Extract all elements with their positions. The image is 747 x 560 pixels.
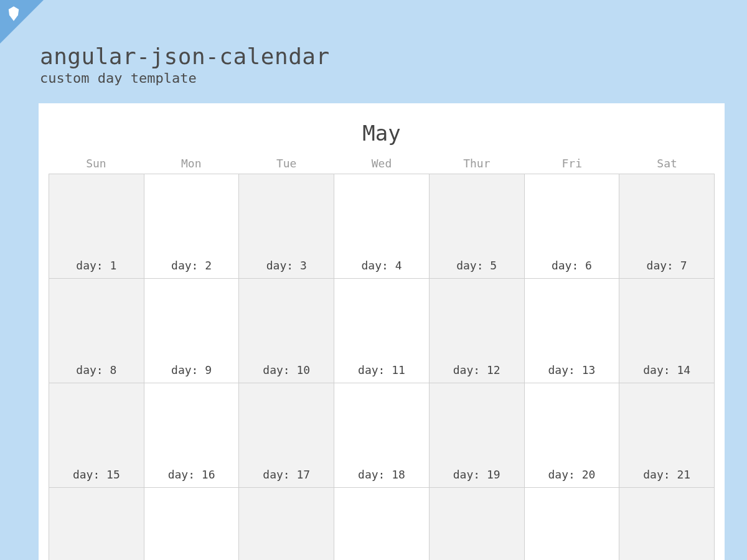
calendar-day-cell[interactable]: day: 27 — [525, 488, 620, 560]
weekday-label: Sun — [49, 157, 144, 170]
weekday-label: Thur — [429, 157, 524, 170]
day-label: day: 4 — [361, 259, 402, 272]
day-label: day: 21 — [643, 468, 690, 481]
calendar-day-cell[interactable]: day: 6 — [525, 174, 620, 279]
day-label: day: 17 — [263, 468, 310, 481]
day-label: day: 2 — [171, 259, 212, 272]
day-label: day: 9 — [171, 363, 212, 376]
calendar-day-cell[interactable]: day: 22 — [49, 488, 144, 560]
day-label: day: 19 — [453, 468, 500, 481]
corner-badge — [0, 0, 44, 44]
calendar-day-cell[interactable]: day: 25 — [334, 488, 430, 560]
page-subtitle: custom day template — [40, 70, 710, 86]
day-label: day: 11 — [358, 363, 405, 376]
weekday-label: Mon — [144, 157, 239, 170]
page-header: angular-json-calendar custom day templat… — [0, 0, 747, 92]
day-label: day: 5 — [456, 259, 497, 272]
calendar-day-cell[interactable]: day: 7 — [619, 174, 715, 279]
weekday-label: Wed — [334, 157, 430, 170]
plunker-icon — [5, 5, 22, 22]
page-title: angular-json-calendar — [40, 44, 710, 69]
weekday-label: Fri — [524, 157, 619, 170]
calendar-day-cell[interactable]: day: 16 — [144, 383, 240, 488]
month-title: May — [49, 121, 715, 146]
day-label: day: 12 — [453, 363, 500, 376]
weekday-row: SunMonTueWedThurFriSat — [49, 157, 715, 170]
calendar-day-cell[interactable]: day: 11 — [334, 279, 430, 383]
calendar-day-cell[interactable]: day: 18 — [334, 383, 430, 488]
day-label: day: 7 — [647, 259, 687, 272]
calendar-day-cell[interactable]: day: 23 — [144, 488, 240, 560]
day-label: day: 1 — [76, 259, 116, 272]
day-label: day: 14 — [643, 363, 690, 376]
calendar-day-cell[interactable]: day: 2 — [144, 174, 240, 279]
calendar-day-cell[interactable]: day: 12 — [430, 279, 525, 383]
calendar-day-cell[interactable]: day: 24 — [239, 488, 334, 560]
calendar-day-cell[interactable]: day: 15 — [49, 383, 144, 488]
calendar-day-cell[interactable]: day: 20 — [525, 383, 620, 488]
calendar-day-cell[interactable]: day: 14 — [619, 279, 715, 383]
calendar-day-cell[interactable]: day: 8 — [49, 279, 144, 383]
calendar-day-cell[interactable]: day: 21 — [619, 383, 715, 488]
day-label: day: 16 — [168, 468, 215, 481]
calendar-day-cell[interactable]: day: 1 — [49, 174, 144, 279]
day-label: day: 15 — [73, 468, 120, 481]
day-label: day: 10 — [263, 363, 310, 376]
calendar-grid: day: 1day: 2day: 3day: 4day: 5day: 6day:… — [49, 174, 715, 560]
day-label: day: 18 — [358, 468, 405, 481]
calendar-day-cell[interactable]: day: 3 — [239, 174, 334, 279]
calendar-day-cell[interactable]: day: 13 — [525, 279, 620, 383]
day-label: day: 6 — [552, 259, 592, 272]
day-label: day: 3 — [266, 259, 307, 272]
calendar-day-cell[interactable]: day: 19 — [430, 383, 525, 488]
day-label: day: 13 — [548, 363, 595, 376]
weekday-label: Sat — [619, 157, 715, 170]
day-label: day: 20 — [548, 468, 595, 481]
calendar-day-cell[interactable]: day: 17 — [239, 383, 334, 488]
calendar-day-cell[interactable]: day: 10 — [239, 279, 334, 383]
calendar-day-cell[interactable]: day: 9 — [144, 279, 240, 383]
day-label: day: 8 — [76, 363, 116, 376]
calendar-day-cell[interactable]: day: 28 — [619, 488, 715, 560]
calendar-day-cell[interactable]: day: 26 — [430, 488, 525, 560]
calendar-card: May SunMonTueWedThurFriSat day: 1day: 2d… — [39, 103, 725, 560]
weekday-label: Tue — [239, 157, 334, 170]
calendar-day-cell[interactable]: day: 4 — [334, 174, 430, 279]
calendar-day-cell[interactable]: day: 5 — [430, 174, 525, 279]
